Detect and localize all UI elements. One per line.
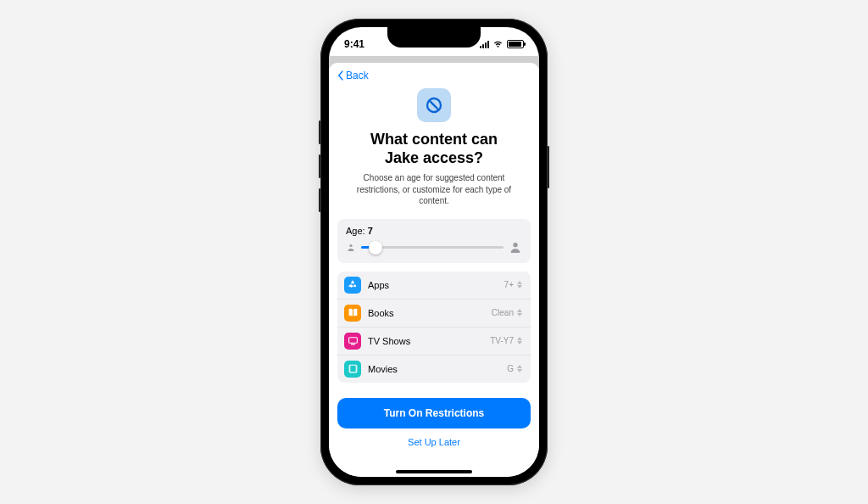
stepper-icon[interactable] — [517, 279, 524, 291]
svg-rect-5 — [348, 338, 357, 344]
svg-rect-9 — [355, 365, 357, 372]
phone-frame: 9:41 Back — [320, 19, 548, 485]
page-title: What content can Jake access? — [337, 131, 531, 167]
category-value: Clean — [492, 308, 514, 317]
category-label: Movies — [368, 364, 507, 374]
wifi-icon — [492, 40, 504, 48]
category-value: 7+ — [504, 280, 514, 289]
category-row-tvshows[interactable]: TV Shows TV-Y7 — [337, 328, 531, 356]
chevron-left-icon — [337, 70, 344, 81]
category-row-apps[interactable]: Apps 7+ — [337, 272, 531, 300]
svg-point-3 — [513, 243, 517, 247]
person-large-icon — [509, 241, 522, 255]
back-button[interactable]: Back — [337, 68, 531, 85]
restrictions-hero-icon — [417, 88, 451, 122]
tvshows-icon — [344, 333, 361, 350]
stepper-icon[interactable] — [517, 307, 524, 319]
svg-point-2 — [349, 244, 352, 247]
no-symbol-icon — [424, 95, 444, 115]
age-slider-thumb[interactable] — [369, 241, 382, 255]
age-label-row: Age: 7 — [346, 226, 522, 236]
notch — [387, 27, 481, 48]
category-label: Apps — [368, 280, 504, 290]
page-subtitle: Choose an age for suggested content rest… — [349, 172, 519, 207]
books-icon — [344, 305, 361, 322]
age-card: Age: 7 — [337, 219, 531, 263]
category-label: TV Shows — [368, 336, 490, 346]
status-indicators — [480, 40, 524, 48]
set-up-later-button[interactable]: Set Up Later — [337, 428, 531, 451]
back-label: Back — [346, 70, 369, 81]
turn-on-restrictions-button[interactable]: Turn On Restrictions — [337, 398, 531, 428]
category-row-movies[interactable]: Movies G — [337, 356, 531, 383]
category-label: Books — [368, 308, 492, 318]
movies-icon — [344, 361, 361, 378]
svg-rect-8 — [349, 365, 351, 372]
cellular-signal-icon — [480, 40, 489, 48]
age-label: Age: — [346, 226, 365, 236]
stepper-icon[interactable] — [517, 363, 524, 375]
home-indicator[interactable] — [396, 470, 472, 473]
battery-icon — [507, 40, 524, 48]
age-slider[interactable] — [361, 246, 504, 249]
category-value: TV-Y7 — [490, 336, 514, 345]
age-value: 7 — [368, 226, 373, 236]
apps-icon — [344, 277, 361, 294]
modal-sheet: Back What content can Jake access? Choos… — [329, 63, 539, 477]
status-time: 9:41 — [344, 38, 364, 50]
stepper-icon[interactable] — [517, 335, 524, 347]
svg-line-1 — [430, 101, 439, 110]
category-value: G — [507, 364, 514, 373]
phone-screen: 9:41 Back — [329, 27, 539, 477]
content-category-list: Apps 7+ Books Clean TV Shows — [337, 272, 531, 383]
category-row-books[interactable]: Books Clean — [337, 300, 531, 328]
person-small-icon — [346, 243, 356, 253]
